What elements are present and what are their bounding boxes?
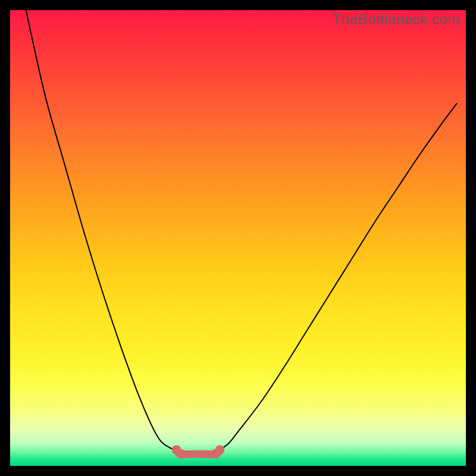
watermark-text: TheBottleneck.com — [333, 11, 460, 28]
trough-dot — [215, 445, 224, 455]
chart-svg — [10, 10, 466, 466]
curve-right-curve — [220, 104, 456, 450]
chart-frame: TheBottleneck.com — [0, 0, 476, 476]
trough-dot — [176, 449, 186, 459]
plot-area: TheBottleneck.com — [10, 10, 466, 466]
curve-left-curve — [26, 10, 177, 450]
